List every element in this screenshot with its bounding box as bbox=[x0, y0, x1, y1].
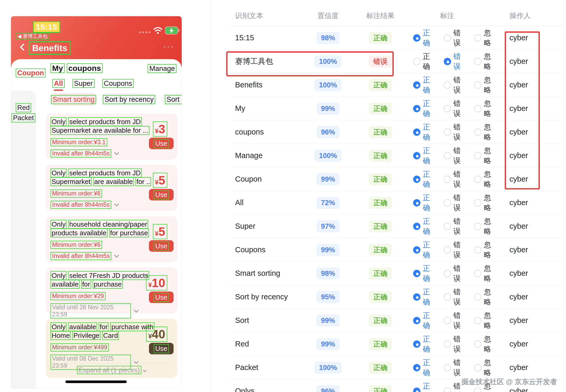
radio-option-correct[interactable]: 正确 bbox=[413, 52, 437, 71]
radio-circle-error[interactable] bbox=[444, 81, 451, 89]
radio-option-correct[interactable]: 正确 bbox=[413, 358, 437, 378]
radio-option-error[interactable]: 错误 bbox=[444, 358, 468, 378]
pill-smart-sorting[interactable]: Smart sorting bbox=[50, 93, 97, 106]
radio-option-correct[interactable]: 正确 bbox=[413, 99, 437, 119]
tab-all[interactable]: All bbox=[52, 80, 65, 88]
radio-option-correct[interactable]: 正确 bbox=[413, 193, 437, 213]
radio-circle-ignore[interactable] bbox=[474, 340, 481, 348]
radio-circle-error[interactable] bbox=[444, 176, 451, 183]
radio-option-ignore[interactable]: 忽略 bbox=[474, 311, 498, 331]
radio-option-error[interactable]: 错误 bbox=[444, 334, 468, 354]
radio-circle-error[interactable] bbox=[444, 128, 451, 136]
radio-circle-ignore[interactable] bbox=[474, 34, 481, 42]
radio-circle-error[interactable] bbox=[444, 223, 451, 230]
use-button[interactable]: Use bbox=[149, 189, 174, 200]
radio-circle-correct[interactable] bbox=[413, 293, 420, 301]
side-tab-red-packet[interactable]: Red Packet bbox=[11, 102, 36, 122]
radio-circle-correct[interactable] bbox=[413, 152, 420, 159]
radio-option-correct[interactable]: 正确 bbox=[413, 122, 437, 142]
use-button[interactable]: Use bbox=[149, 240, 174, 252]
radio-circle-ignore[interactable] bbox=[474, 223, 481, 230]
radio-circle-error[interactable] bbox=[444, 270, 451, 277]
manage-button[interactable]: Manage bbox=[148, 65, 176, 73]
radio-option-correct[interactable]: 正确 bbox=[413, 28, 437, 48]
radio-option-correct[interactable]: 正确 bbox=[413, 334, 437, 354]
radio-option-ignore[interactable]: 忽略 bbox=[474, 358, 498, 378]
pill-sort-by-recency[interactable]: Sort by recency bbox=[101, 93, 157, 106]
chevron-down-icon[interactable] bbox=[114, 150, 119, 155]
radio-option-correct[interactable]: 正确 bbox=[413, 264, 437, 283]
radio-circle-ignore[interactable] bbox=[474, 388, 481, 392]
radio-circle-correct[interactable] bbox=[413, 340, 420, 348]
radio-circle-ignore[interactable] bbox=[474, 317, 481, 324]
expand-all-button[interactable]: Expand all (1 pieces) bbox=[46, 366, 177, 374]
radio-option-ignore[interactable]: 忽略 bbox=[474, 122, 498, 142]
radio-circle-error[interactable] bbox=[444, 317, 451, 324]
radio-circle-ignore[interactable] bbox=[474, 152, 481, 159]
radio-option-ignore[interactable]: 忽略 bbox=[474, 334, 498, 354]
radio-option-correct[interactable]: 正确 bbox=[413, 169, 437, 189]
radio-circle-ignore[interactable] bbox=[474, 176, 481, 183]
radio-option-correct[interactable]: 正确 bbox=[413, 381, 437, 392]
radio-option-error[interactable]: 错误 bbox=[444, 146, 468, 166]
more-menu-icon[interactable]: ··· bbox=[163, 42, 174, 51]
radio-option-correct[interactable]: 正确 bbox=[413, 287, 437, 307]
radio-option-ignore[interactable]: 忽略 bbox=[474, 193, 498, 213]
radio-circle-ignore[interactable] bbox=[474, 58, 481, 65]
radio-option-error[interactable]: 错误 bbox=[444, 75, 468, 95]
radio-circle-correct[interactable] bbox=[413, 270, 420, 277]
use-button[interactable]: Use bbox=[149, 138, 174, 149]
radio-circle-error[interactable] bbox=[444, 388, 451, 392]
radio-option-ignore[interactable]: 忽略 bbox=[474, 146, 498, 166]
radio-circle-error[interactable] bbox=[444, 293, 451, 301]
side-tab-coupon[interactable]: Coupon bbox=[16, 69, 46, 77]
radio-circle-error[interactable] bbox=[444, 105, 451, 112]
radio-option-correct[interactable]: 正确 bbox=[413, 216, 437, 236]
radio-circle-error[interactable] bbox=[444, 152, 451, 159]
radio-option-error[interactable]: 错误 bbox=[444, 99, 468, 119]
radio-circle-ignore[interactable] bbox=[474, 364, 481, 371]
radio-circle-correct[interactable] bbox=[413, 199, 420, 206]
radio-option-error[interactable]: 错误 bbox=[444, 169, 468, 189]
return-to-app-link[interactable]: ◀ 赛博工具包 bbox=[16, 33, 49, 40]
radio-circle-correct[interactable] bbox=[413, 81, 420, 89]
radio-option-ignore[interactable]: 忽略 bbox=[474, 287, 498, 307]
radio-circle-correct[interactable] bbox=[413, 223, 420, 230]
radio-option-error[interactable]: 错误 bbox=[444, 28, 468, 48]
chevron-down-icon[interactable] bbox=[134, 308, 138, 312]
radio-option-ignore[interactable]: 忽略 bbox=[474, 264, 498, 283]
radio-option-error[interactable]: 错误 bbox=[444, 240, 468, 260]
radio-circle-error[interactable] bbox=[444, 364, 451, 371]
radio-option-error[interactable]: 错误 bbox=[444, 122, 468, 142]
radio-option-ignore[interactable]: 忽略 bbox=[474, 169, 498, 189]
radio-circle-correct[interactable] bbox=[413, 58, 420, 65]
radio-option-correct[interactable]: 正确 bbox=[413, 240, 437, 260]
tab-coupons[interactable]: Coupons bbox=[102, 80, 134, 88]
radio-option-ignore[interactable]: 忽略 bbox=[474, 99, 498, 119]
radio-option-ignore[interactable]: 忽略 bbox=[474, 216, 498, 236]
back-chevron-icon[interactable] bbox=[21, 44, 26, 51]
radio-circle-correct[interactable] bbox=[413, 246, 420, 254]
radio-circle-error[interactable] bbox=[444, 34, 451, 42]
radio-circle-ignore[interactable] bbox=[474, 199, 481, 206]
radio-option-correct[interactable]: 正确 bbox=[413, 75, 437, 95]
radio-option-error[interactable]: 错误 bbox=[444, 216, 468, 236]
tab-super[interactable]: Super bbox=[73, 80, 95, 88]
radio-option-ignore[interactable]: 忽略 bbox=[474, 240, 498, 260]
pill-sort-partial[interactable]: Sort | bbox=[161, 93, 182, 106]
radio-circle-correct[interactable] bbox=[413, 364, 420, 371]
chevron-down-icon[interactable] bbox=[114, 253, 119, 257]
radio-option-ignore[interactable]: 忽略 bbox=[474, 52, 498, 71]
radio-circle-correct[interactable] bbox=[413, 34, 420, 42]
radio-option-correct[interactable]: 正确 bbox=[413, 311, 437, 331]
chevron-down-icon[interactable] bbox=[114, 201, 119, 206]
radio-circle-ignore[interactable] bbox=[474, 105, 481, 112]
radio-circle-ignore[interactable] bbox=[474, 81, 481, 89]
radio-option-ignore[interactable]: 忽略 bbox=[474, 75, 498, 95]
radio-circle-ignore[interactable] bbox=[474, 270, 481, 277]
radio-circle-error[interactable] bbox=[444, 246, 451, 254]
radio-option-error[interactable]: 错误 bbox=[444, 287, 468, 307]
radio-circle-ignore[interactable] bbox=[474, 128, 481, 136]
use-button[interactable]: Use bbox=[149, 292, 174, 303]
radio-option-error[interactable]: 错误 bbox=[444, 52, 468, 71]
